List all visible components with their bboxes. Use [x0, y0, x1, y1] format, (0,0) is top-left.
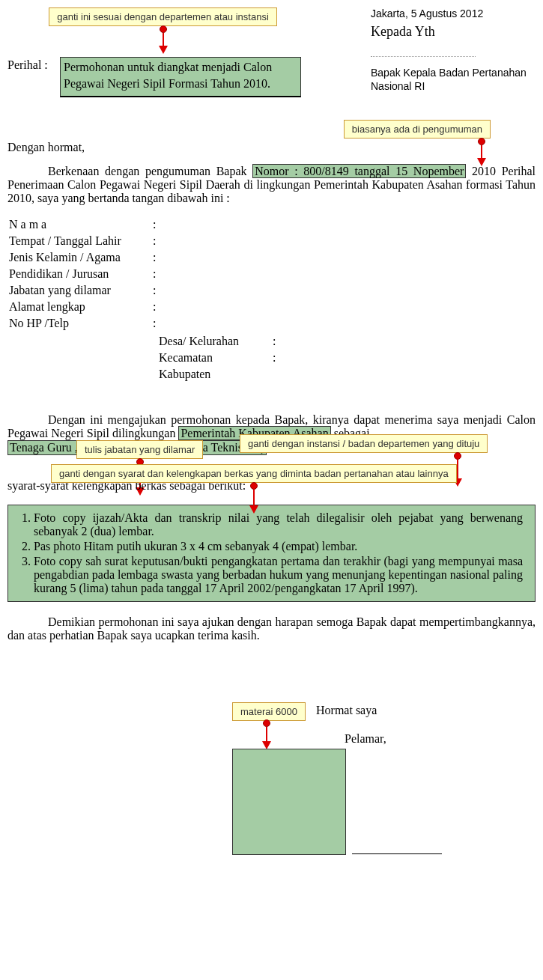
address-subfields: Desa/ Kelurahan: Kecamatan: Kabupaten	[157, 332, 282, 383]
callout-dept: ganti ini sesuai dengan departemen atau …	[49, 7, 277, 26]
callout-reqs: ganti dengan syarat dan kelengkapan berk…	[51, 464, 457, 483]
callout-announce: biasanya ada di pengumuman	[344, 120, 491, 139]
closing: Demikian permohonan ini saya ajukan deng…	[7, 615, 536, 642]
bio-fields: N a m a: Tempat / Tanggal Lahir: Jenis K…	[7, 216, 163, 332]
salutation: Dengan hormat,	[7, 141, 536, 154]
requirements-box: Foto copy ijazah/Akta dan transkrip nila…	[7, 505, 536, 602]
perihal-label: Perihal :	[7, 57, 60, 72]
req-item: Pas photo Hitam putih ukuran 3 x 4 cm se…	[34, 540, 523, 553]
signature-box	[232, 749, 346, 855]
callout-agency: ganti dengan instansi / badan departemen…	[240, 434, 488, 453]
pelamar: Pelamar,	[345, 732, 386, 746]
req-item: Foto copy sah surat keputusan/bukti peng…	[34, 555, 523, 595]
arrow-icon	[7, 26, 318, 54]
date: Jakarta, 5 Agustus 2012	[371, 7, 536, 19]
arrow-icon	[262, 720, 271, 749]
callout-stamp: materai 6000	[232, 702, 306, 721]
req-item: Foto copy ijazah/Akta dan transkrip nila…	[34, 511, 523, 538]
kepada-yth: Kepada Yth	[371, 24, 536, 40]
arrow-icon	[51, 483, 457, 514]
recipient: Bapak Kepala Badan Pertanahan Nasional R…	[371, 66, 536, 93]
callout-job: tulis jabatan yang dilamar	[76, 440, 203, 459]
perihal-text: Permohonan untuk diangkat menjadi Calon …	[60, 57, 301, 97]
p1-a: Berkenaan dengan pengumuman Bapak	[48, 165, 252, 177]
signature-line	[352, 853, 442, 854]
p1-nomor: Nomor : 800/8149 tanggal 15 Nopember	[252, 164, 466, 178]
hormat-saya: Hormat saya	[316, 704, 377, 717]
